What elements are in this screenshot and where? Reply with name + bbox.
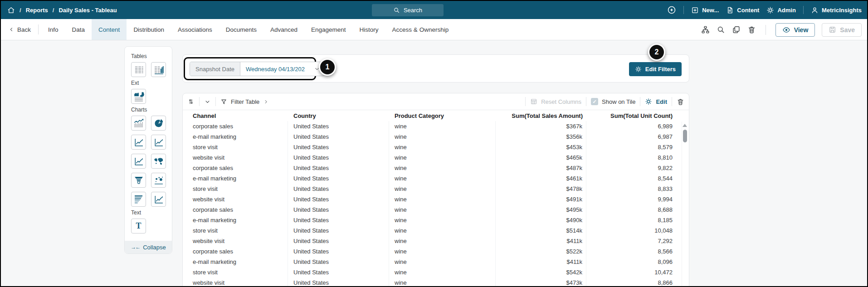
topbar-divider: [683, 6, 684, 14]
table-cell: 8,544: [586, 173, 676, 184]
column-header-product-category[interactable]: Product Category: [389, 112, 496, 119]
snapshot-date-value[interactable]: Wednesday 04/13/202: [240, 62, 312, 76]
table-cell: corporate sales: [187, 163, 288, 173]
table-basic-icon[interactable]: [131, 62, 146, 77]
table-cell: $367k: [496, 121, 586, 131]
table-cell: 8,096: [586, 257, 676, 267]
reset-columns-button[interactable]: Reset Columns: [530, 98, 581, 105]
admin-menu-button[interactable]: Admin: [766, 6, 795, 14]
table-cell: 8,833: [586, 184, 676, 194]
toolbar-divider: [525, 97, 526, 106]
tab-data[interactable]: Data: [65, 19, 92, 40]
column-header-channel[interactable]: Channel: [187, 112, 288, 119]
table-cell: wine: [389, 184, 496, 194]
table-body: corporate salesUnited Stateswine$367k6,9…: [183, 121, 689, 287]
map-chart-icon[interactable]: [151, 154, 166, 169]
tab-access-ownership[interactable]: Access & Ownership: [385, 19, 456, 40]
table-cell: $514k: [496, 225, 586, 236]
tab-content[interactable]: Content: [92, 19, 127, 40]
table-cell: United States: [288, 142, 389, 152]
table-cell: $478k: [496, 184, 586, 194]
breadcrumb: / Reports / Daily Sales - Tableau: [1, 6, 117, 14]
table-conditional-icon[interactable]: [151, 62, 166, 77]
breadcrumb-reports[interactable]: Reports: [26, 7, 48, 14]
scroll-up-arrow[interactable]: [683, 124, 687, 127]
stacked-bar-chart-icon[interactable]: [131, 192, 146, 207]
table-cell: $495k: [496, 204, 586, 215]
table-row: corporate salesUnited Stateswine$522k8,5…: [183, 246, 689, 257]
line-chart-icon[interactable]: [131, 135, 146, 150]
scatter-chart-icon[interactable]: [151, 173, 166, 188]
table-cell: 7,292: [586, 236, 676, 246]
scrollbar-thumb[interactable]: [683, 130, 687, 142]
collapse-sidebar-button[interactable]: →← Collapse: [125, 241, 172, 253]
text-block-icon[interactable]: T: [131, 219, 146, 233]
table-cell: 6,987: [586, 131, 676, 142]
table-cell: wine: [389, 257, 496, 267]
table-cell: wine: [389, 225, 496, 236]
filter-table-button[interactable]: Filter Table: [220, 98, 269, 105]
line-chart-icon[interactable]: [151, 192, 166, 207]
table-cell: $487k: [496, 163, 586, 173]
show-on-tile-checkbox[interactable]: ✓: [591, 98, 598, 105]
search-icon[interactable]: [717, 25, 725, 34]
global-search-button[interactable]: Search: [372, 4, 444, 16]
table-cell: United States: [288, 236, 389, 246]
table-cell: wine: [389, 131, 496, 142]
table-cell: 8,566: [586, 246, 676, 257]
edit-table-button[interactable]: Edit: [645, 98, 667, 105]
table-row: website visitUnited Stateswine$411k7,292: [183, 236, 689, 246]
tab-info[interactable]: Info: [41, 19, 65, 40]
tabbar-tools: View Save: [701, 19, 862, 40]
edit-filters-button[interactable]: Edit Filters: [629, 62, 682, 76]
chevron-down-icon[interactable]: [204, 98, 211, 105]
new-menu-button[interactable]: New...: [691, 6, 719, 14]
line-chart-icon[interactable]: [151, 135, 166, 150]
funnel-chart-icon[interactable]: [131, 173, 146, 188]
table-cell: United States: [288, 225, 389, 236]
search-icon: [393, 7, 400, 14]
table-cell: e-mail marketing: [187, 215, 288, 225]
table-cell: United States: [288, 163, 389, 173]
copy-icon[interactable]: [732, 25, 741, 34]
save-button[interactable]: Save: [822, 23, 862, 37]
tab-advanced[interactable]: Advanced: [263, 19, 304, 40]
home-icon[interactable]: [7, 6, 15, 14]
line-chart-icon[interactable]: [131, 154, 146, 169]
combo-chart-icon[interactable]: [131, 116, 146, 131]
funnel-icon: [220, 98, 227, 105]
table-row: store visitUnited Stateswine$514k10,048: [183, 225, 689, 236]
back-button[interactable]: Back: [1, 19, 35, 40]
delete-table-button[interactable]: [677, 98, 684, 106]
topbar-divider: [803, 6, 804, 14]
pie-chart-icon[interactable]: [151, 116, 166, 131]
table-cell: website visit: [187, 277, 288, 287]
tab-associations[interactable]: Associations: [171, 19, 219, 40]
gear-icon: [766, 6, 774, 14]
column-header-country[interactable]: Country: [288, 112, 389, 119]
table-cell: wine: [389, 194, 496, 204]
tab-documents[interactable]: Documents: [219, 19, 263, 40]
column-header-total-sales[interactable]: Sum(Total Sales Amount): [496, 112, 586, 119]
trash-icon[interactable]: [747, 25, 756, 34]
table-cell: United States: [288, 184, 389, 194]
content-menu-button[interactable]: Content: [726, 6, 759, 14]
breadcrumb-separator: /: [20, 7, 21, 14]
show-on-tile-toggle[interactable]: ✓ Show on Tile: [591, 98, 635, 105]
table-row: store visitUnited Stateswine$453k8,579: [183, 142, 689, 152]
tab-engagement[interactable]: Engagement: [304, 19, 353, 40]
table-cell: wine: [389, 121, 496, 131]
table-cell: United States: [288, 131, 389, 142]
sitemap-icon[interactable]: [701, 25, 710, 34]
table-scrollbar[interactable]: [682, 122, 688, 286]
tab-history[interactable]: History: [353, 19, 385, 40]
sparkle-circle-icon[interactable]: [667, 5, 676, 15]
external-visual-icon[interactable]: [131, 89, 146, 104]
row-height-icon[interactable]: [187, 98, 195, 105]
tab-distribution[interactable]: Distribution: [127, 19, 171, 40]
view-button[interactable]: View: [775, 23, 815, 37]
column-header-total-units[interactable]: Sum(Total Unit Count): [586, 112, 676, 119]
table-cell: wine: [389, 204, 496, 215]
user-menu-button[interactable]: MetricInsights: [811, 6, 862, 14]
snapshot-date-control[interactable]: Snapshot Date Wednesday 04/13/202: [190, 62, 325, 76]
